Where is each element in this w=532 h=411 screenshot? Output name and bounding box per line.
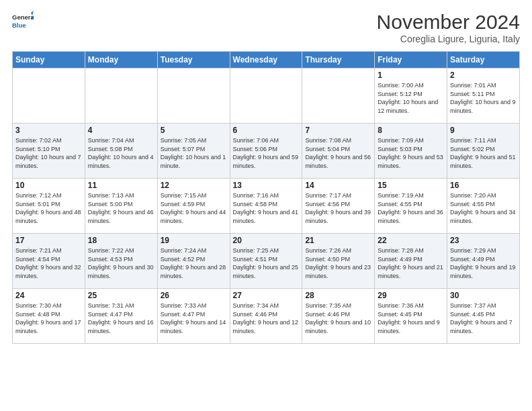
col-header-tuesday: Tuesday (157, 52, 230, 68)
day-info: Sunrise: 7:00 AM Sunset: 5:12 PM Dayligh… (378, 81, 444, 115)
day-number: 27 (233, 291, 300, 300)
day-number: 12 (161, 181, 227, 190)
day-info: Sunrise: 7:30 AM Sunset: 4:48 PM Dayligh… (15, 302, 82, 335)
day-info: Sunrise: 7:13 AM Sunset: 5:00 PM Dayligh… (88, 191, 154, 225)
calendar-cell: 13Sunrise: 7:16 AM Sunset: 4:58 PM Dayli… (230, 179, 302, 234)
day-number: 21 (305, 236, 371, 245)
day-info: Sunrise: 7:24 AM Sunset: 4:52 PM Dayligh… (161, 246, 227, 280)
day-number: 16 (450, 181, 517, 190)
calendar-cell: 11Sunrise: 7:13 AM Sunset: 5:00 PM Dayli… (85, 179, 157, 234)
logo: General Blue (12, 11, 34, 32)
calendar-cell: 22Sunrise: 7:28 AM Sunset: 4:49 PM Dayli… (375, 234, 447, 289)
calendar-cell: 18Sunrise: 7:22 AM Sunset: 4:53 PM Dayli… (85, 234, 157, 289)
day-info: Sunrise: 7:15 AM Sunset: 4:59 PM Dayligh… (161, 191, 227, 225)
day-info: Sunrise: 7:34 AM Sunset: 4:46 PM Dayligh… (233, 302, 300, 335)
svg-text:General: General (12, 13, 34, 21)
calendar-cell: 27Sunrise: 7:34 AM Sunset: 4:46 PM Dayli… (230, 289, 302, 344)
header: General Blue November 2024 Coreglia Ligu… (12, 11, 520, 44)
col-header-friday: Friday (375, 52, 447, 68)
col-header-monday: Monday (85, 52, 157, 68)
day-info: Sunrise: 7:29 AM Sunset: 4:49 PM Dayligh… (450, 246, 517, 280)
day-info: Sunrise: 7:08 AM Sunset: 5:04 PM Dayligh… (305, 136, 371, 170)
day-number: 4 (88, 126, 154, 135)
page: General Blue November 2024 Coreglia Ligu… (0, 0, 532, 411)
day-number: 20 (233, 236, 300, 245)
calendar-cell (13, 68, 85, 124)
day-number: 10 (15, 181, 82, 190)
day-info: Sunrise: 7:33 AM Sunset: 4:47 PM Dayligh… (161, 302, 227, 335)
col-header-wednesday: Wednesday (230, 52, 302, 68)
calendar-cell: 4Sunrise: 7:04 AM Sunset: 5:08 PM Daylig… (85, 124, 157, 179)
calendar-cell: 24Sunrise: 7:30 AM Sunset: 4:48 PM Dayli… (13, 289, 85, 344)
col-header-thursday: Thursday (302, 52, 375, 68)
day-number: 18 (88, 236, 154, 245)
day-info: Sunrise: 7:16 AM Sunset: 4:58 PM Dayligh… (233, 191, 300, 225)
calendar-cell: 20Sunrise: 7:25 AM Sunset: 4:51 PM Dayli… (230, 234, 302, 289)
day-number: 25 (88, 291, 154, 300)
day-number: 28 (305, 291, 371, 300)
location: Coreglia Ligure, Liguria, Italy (377, 34, 520, 44)
title-area: November 2024 Coreglia Ligure, Liguria, … (377, 11, 520, 44)
day-info: Sunrise: 7:21 AM Sunset: 4:54 PM Dayligh… (15, 246, 82, 280)
day-info: Sunrise: 7:12 AM Sunset: 5:01 PM Dayligh… (15, 191, 82, 225)
month-title: November 2024 (377, 11, 520, 34)
day-info: Sunrise: 7:05 AM Sunset: 5:07 PM Dayligh… (161, 136, 227, 170)
calendar-cell (302, 68, 375, 124)
day-number: 5 (161, 126, 227, 135)
calendar-cell: 25Sunrise: 7:31 AM Sunset: 4:47 PM Dayli… (85, 289, 157, 344)
day-info: Sunrise: 7:11 AM Sunset: 5:02 PM Dayligh… (450, 136, 517, 170)
day-number: 2 (450, 71, 517, 80)
calendar-cell: 1Sunrise: 7:00 AM Sunset: 5:12 PM Daylig… (375, 68, 447, 124)
day-number: 14 (305, 181, 371, 190)
calendar-cell: 28Sunrise: 7:35 AM Sunset: 4:46 PM Dayli… (302, 289, 375, 344)
day-number: 24 (15, 291, 82, 300)
day-number: 1 (378, 71, 444, 80)
day-info: Sunrise: 7:02 AM Sunset: 5:10 PM Dayligh… (15, 136, 82, 170)
calendar-cell: 3Sunrise: 7:02 AM Sunset: 5:10 PM Daylig… (13, 124, 85, 179)
calendar-cell: 10Sunrise: 7:12 AM Sunset: 5:01 PM Dayli… (13, 179, 85, 234)
day-number: 9 (450, 126, 517, 135)
day-info: Sunrise: 7:01 AM Sunset: 5:11 PM Dayligh… (450, 81, 517, 115)
day-number: 22 (378, 236, 444, 245)
calendar-cell: 12Sunrise: 7:15 AM Sunset: 4:59 PM Dayli… (157, 179, 230, 234)
day-info: Sunrise: 7:26 AM Sunset: 4:50 PM Dayligh… (305, 246, 371, 280)
day-info: Sunrise: 7:20 AM Sunset: 4:55 PM Dayligh… (450, 191, 517, 225)
day-number: 30 (450, 291, 517, 300)
day-number: 3 (15, 126, 82, 135)
calendar-cell: 5Sunrise: 7:05 AM Sunset: 5:07 PM Daylig… (157, 124, 230, 179)
calendar-cell: 17Sunrise: 7:21 AM Sunset: 4:54 PM Dayli… (13, 234, 85, 289)
day-info: Sunrise: 7:19 AM Sunset: 4:55 PM Dayligh… (378, 191, 444, 225)
day-info: Sunrise: 7:22 AM Sunset: 4:53 PM Dayligh… (88, 246, 154, 280)
day-info: Sunrise: 7:09 AM Sunset: 5:03 PM Dayligh… (378, 136, 444, 170)
day-info: Sunrise: 7:04 AM Sunset: 5:08 PM Dayligh… (88, 136, 154, 170)
day-number: 8 (378, 126, 444, 135)
calendar-cell (157, 68, 230, 124)
calendar-cell: 19Sunrise: 7:24 AM Sunset: 4:52 PM Dayli… (157, 234, 230, 289)
calendar-cell: 7Sunrise: 7:08 AM Sunset: 5:04 PM Daylig… (302, 124, 375, 179)
day-info: Sunrise: 7:17 AM Sunset: 4:56 PM Dayligh… (305, 191, 371, 225)
calendar-cell: 2Sunrise: 7:01 AM Sunset: 5:11 PM Daylig… (447, 68, 520, 124)
col-header-saturday: Saturday (447, 52, 520, 68)
day-number: 15 (378, 181, 444, 190)
calendar-header-row: SundayMondayTuesdayWednesdayThursdayFrid… (13, 52, 520, 68)
day-number: 11 (88, 181, 154, 190)
day-info: Sunrise: 7:28 AM Sunset: 4:49 PM Dayligh… (378, 246, 444, 280)
calendar-cell: 30Sunrise: 7:37 AM Sunset: 4:45 PM Dayli… (447, 289, 520, 344)
calendar-cell: 16Sunrise: 7:20 AM Sunset: 4:55 PM Dayli… (447, 179, 520, 234)
day-info: Sunrise: 7:37 AM Sunset: 4:45 PM Dayligh… (450, 302, 517, 335)
day-number: 17 (15, 236, 82, 245)
day-info: Sunrise: 7:36 AM Sunset: 4:45 PM Dayligh… (378, 302, 444, 335)
week-row-4: 17Sunrise: 7:21 AM Sunset: 4:54 PM Dayli… (13, 234, 520, 289)
day-info: Sunrise: 7:25 AM Sunset: 4:51 PM Dayligh… (233, 246, 300, 280)
day-number: 19 (161, 236, 227, 245)
calendar-cell: 8Sunrise: 7:09 AM Sunset: 5:03 PM Daylig… (375, 124, 447, 179)
calendar-cell: 15Sunrise: 7:19 AM Sunset: 4:55 PM Dayli… (375, 179, 447, 234)
week-row-3: 10Sunrise: 7:12 AM Sunset: 5:01 PM Dayli… (13, 179, 520, 234)
day-info: Sunrise: 7:35 AM Sunset: 4:46 PM Dayligh… (305, 302, 371, 335)
week-row-5: 24Sunrise: 7:30 AM Sunset: 4:48 PM Dayli… (13, 289, 520, 344)
col-header-sunday: Sunday (13, 52, 85, 68)
svg-text:Blue: Blue (12, 21, 26, 29)
day-number: 6 (233, 126, 300, 135)
day-info: Sunrise: 7:06 AM Sunset: 5:06 PM Dayligh… (233, 136, 300, 170)
logo-svg: General Blue (12, 11, 34, 32)
